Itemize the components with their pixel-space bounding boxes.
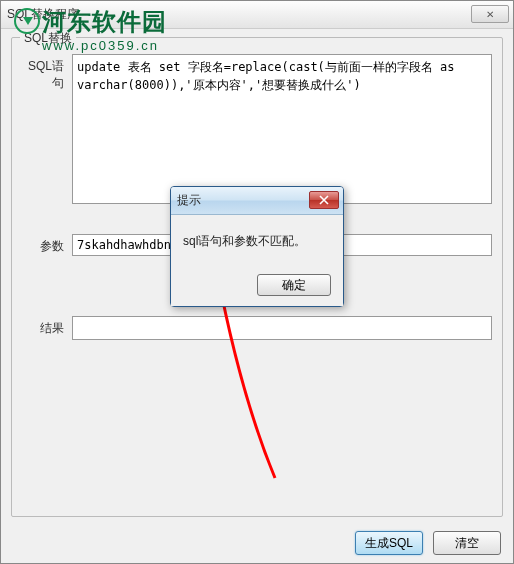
sql-row: SQL语句 <box>22 54 492 204</box>
params-label: 参数 <box>22 234 72 255</box>
titlebar: SQL替换程序 ✕ <box>1 1 513 29</box>
dialog-message: sql语句和参数不匹配。 <box>183 233 331 250</box>
window-title: SQL替换程序 <box>7 6 79 23</box>
generate-sql-button[interactable]: 生成SQL <box>355 531 423 555</box>
sql-input[interactable] <box>72 54 492 204</box>
result-output <box>72 316 492 340</box>
dialog-close-button[interactable] <box>309 191 339 209</box>
clear-button[interactable]: 清空 <box>433 531 501 555</box>
window-close-button[interactable]: ✕ <box>471 5 509 23</box>
dialog-ok-button[interactable]: 确定 <box>257 274 331 296</box>
close-icon: ✕ <box>486 9 494 20</box>
dialog-button-bar: 确定 <box>183 274 331 296</box>
message-dialog: 提示 sql语句和参数不匹配。 确定 <box>170 186 344 307</box>
dialog-titlebar: 提示 <box>171 187 343 215</box>
dialog-title: 提示 <box>177 192 201 209</box>
result-label: 结果 <box>22 316 72 337</box>
groupbox-label: SQL替换 <box>20 30 76 47</box>
result-row: 结果 <box>22 316 492 340</box>
dialog-body: sql语句和参数不匹配。 确定 <box>171 215 343 306</box>
close-icon <box>319 195 329 205</box>
bottom-button-bar: 生成SQL 清空 <box>355 531 501 555</box>
sql-label: SQL语句 <box>22 54 72 92</box>
